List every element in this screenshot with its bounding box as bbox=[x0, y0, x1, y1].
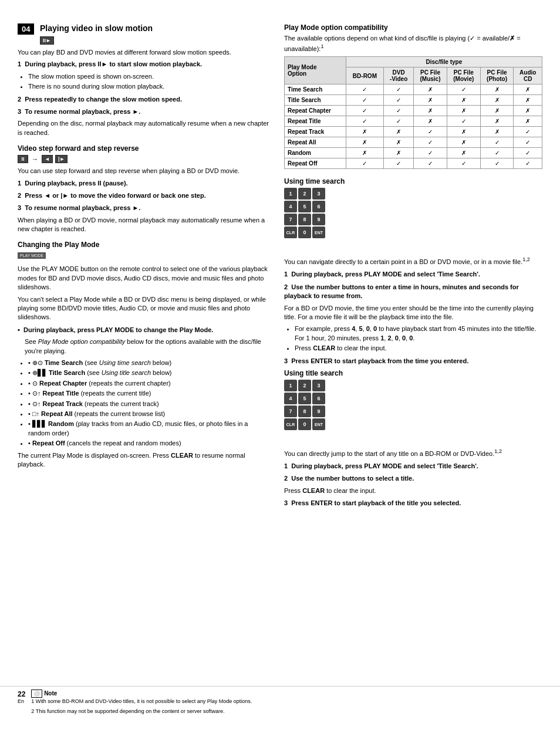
playmode-option-title-search: • ⊕▋▋ Title Search (see Using title sear… bbox=[28, 369, 270, 377]
table-cell: ✓ bbox=[447, 85, 480, 95]
ts-step2-bullets: For example, press 4, 5, 0, 0 to have pl… bbox=[295, 325, 542, 353]
col-header-disc-type: Disc/file type bbox=[346, 57, 542, 67]
table-cell: Random bbox=[285, 148, 346, 158]
table-cell: ✓ bbox=[414, 127, 447, 137]
table-row: Time Search✓✓✗✓✗✗ bbox=[285, 85, 542, 95]
table-cell: ✗ bbox=[447, 95, 480, 106]
table-cell: ✗ bbox=[447, 148, 480, 158]
bullet-item: There is no sound during slow motion pla… bbox=[28, 82, 270, 91]
table-cell: ✓ bbox=[480, 148, 514, 158]
ts-step3-text: 3 Press ENTER to start playback from the… bbox=[284, 357, 542, 366]
table-cell: ✗ bbox=[514, 95, 542, 106]
table-cell: ✗ bbox=[514, 116, 542, 127]
table-cell: ✓ bbox=[384, 95, 414, 106]
num-clear: CLR bbox=[284, 227, 297, 238]
table-row: Random✗✗✓✗✓✓ bbox=[285, 148, 542, 158]
num-6: 6 bbox=[312, 201, 325, 212]
ts2-step1-text: 1 During playback, press PLAY MODE and s… bbox=[284, 462, 542, 471]
num-4b: 4 bbox=[284, 393, 297, 404]
compat-table-body: Time Search✓✓✗✓✗✗Title Search✓✓✗✗✗✗Repea… bbox=[285, 85, 542, 169]
table-cell: ✗ bbox=[414, 106, 447, 116]
num-2b: 2 bbox=[298, 380, 311, 391]
num-9: 9 bbox=[312, 214, 325, 225]
num-0: 0 bbox=[298, 227, 311, 238]
step3-text: 3 To resume normal playback, press ►. bbox=[18, 107, 270, 116]
playmode-option-repeat-off: • Repeat Off (cancels the repeat and ran… bbox=[28, 439, 270, 448]
table-cell: ✓ bbox=[384, 116, 414, 127]
page-number: 22 bbox=[18, 690, 25, 698]
table-cell: ✗ bbox=[480, 116, 514, 127]
step1-block: 1 During playback, press II► to start sl… bbox=[18, 60, 270, 91]
title-search-intro: You can directly jump to the start of an… bbox=[284, 448, 542, 458]
ts2-step1: 1 During playback, press PLAY MODE and s… bbox=[284, 462, 542, 471]
table-cell: ✗ bbox=[447, 106, 480, 116]
table-cell: ✓ bbox=[346, 158, 383, 169]
col-pc-music: PC File(Music) bbox=[414, 67, 447, 85]
playmode-step-main: • During playback, press PLAY MODE to ch… bbox=[18, 326, 270, 356]
playmode-step-see: See Play Mode option compatibility below… bbox=[25, 337, 270, 356]
playmode-step-bullet: • During playback, press PLAY MODE to ch… bbox=[18, 326, 270, 334]
table-cell: ✗ bbox=[480, 95, 514, 106]
table-cell: ✓ bbox=[514, 127, 542, 137]
num-4: 4 bbox=[284, 201, 297, 212]
bullet-item: The slow motion speed is shown on-screen… bbox=[28, 72, 270, 81]
ts2-step2-desc: Press CLEAR to clear the input. bbox=[284, 486, 542, 495]
num-5: 5 bbox=[298, 201, 311, 212]
ts-step2: 2 Use the number buttons to enter a time… bbox=[284, 283, 542, 353]
step1-text: 1 During playback, press II► to start sl… bbox=[18, 60, 270, 69]
compat-intro: The available options depend on what kin… bbox=[284, 34, 542, 53]
table-cell: ✓ bbox=[480, 158, 514, 169]
table-cell: ✗ bbox=[414, 95, 447, 106]
col-header-option: Play ModeOption bbox=[285, 57, 346, 85]
note-2: 2 This function may not be supported dep… bbox=[31, 708, 542, 715]
section3-intro1: Use the PLAY MODE button on the remote c… bbox=[18, 265, 270, 292]
col-pc-photo: PC File(Photo) bbox=[480, 67, 514, 85]
language-code: En bbox=[18, 698, 25, 704]
pause-icon: II► bbox=[40, 36, 54, 45]
table-cell: ✓ bbox=[384, 158, 414, 169]
num-8: 8 bbox=[298, 214, 311, 225]
page-number-block: 22 En bbox=[18, 690, 25, 704]
playmode-option-repeat-chapter: • ⊙ Repeat Chapter (repeats the current … bbox=[28, 379, 270, 388]
table-cell: ✓ bbox=[346, 116, 383, 127]
title-search-numpad: 1 2 3 4 5 6 7 8 9 CLR 0 ENT bbox=[284, 380, 542, 443]
ts-step1-text: 1 During playback, press PLAY MODE and s… bbox=[284, 270, 542, 279]
table-cell: Repeat Title bbox=[285, 116, 346, 127]
s2-step3-text: 3 To resume normal playback, press ►. bbox=[18, 204, 270, 212]
num-1b: 1 bbox=[284, 380, 297, 391]
table-cell: ✗ bbox=[346, 137, 383, 148]
table-cell: ✓ bbox=[514, 158, 542, 169]
step1-bullets: The slow motion speed is shown on-screen… bbox=[28, 72, 270, 92]
playmode-icon: PLAY MODE bbox=[18, 252, 46, 259]
col-bd-rom: BD-ROM bbox=[346, 67, 383, 85]
s2-step3: 3 To resume normal playback, press ►. Wh… bbox=[18, 204, 270, 234]
playmode-option-random: • ▋▋▋ Random (play tracks from an Audio … bbox=[28, 420, 270, 438]
table-cell: ✗ bbox=[514, 106, 542, 116]
table-cell: ✗ bbox=[447, 127, 480, 137]
num-1: 1 bbox=[284, 188, 297, 200]
s2-step2-text: 2 Press ◄ or |► to move the video forwar… bbox=[18, 191, 270, 200]
compat-table: Play ModeOption Disc/file type BD-ROM DV… bbox=[284, 56, 542, 169]
table-cell: ✓ bbox=[514, 137, 542, 148]
time-search-title: Using time search bbox=[284, 177, 542, 185]
table-cell: ✓ bbox=[384, 106, 414, 116]
num-7: 7 bbox=[284, 214, 297, 225]
table-cell: ✗ bbox=[346, 148, 383, 158]
section3-intro2: You can't select a Play Mode while a BD … bbox=[18, 295, 270, 322]
step2-block: 2 Press repeatedly to change the slow mo… bbox=[18, 95, 270, 104]
table-cell: ✗ bbox=[414, 85, 447, 95]
section2-title: Video step forward and step reverse bbox=[18, 144, 270, 153]
col-dvd-video: DVD-Video bbox=[384, 67, 414, 85]
chapter-number: 04 bbox=[18, 23, 34, 35]
table-row: Repeat All✗✗✓✗✓✓ bbox=[285, 137, 542, 148]
pause2-icon: II bbox=[18, 155, 28, 163]
table-cell: ✗ bbox=[384, 148, 414, 158]
table-cell: ✓ bbox=[514, 148, 542, 158]
table-cell: Repeat Chapter bbox=[285, 106, 346, 116]
title-search-title: Using title search bbox=[284, 369, 542, 377]
ts-step2-desc: For a BD or DVD movie, the time you ente… bbox=[284, 304, 542, 322]
playmode-options-list: • ⊕⊙ Time Search (see Using time search … bbox=[28, 359, 270, 448]
page: 04 Playing video in slow motion II► You … bbox=[0, 0, 560, 730]
num-5b: 5 bbox=[298, 393, 311, 404]
table-cell: Time Search bbox=[285, 85, 346, 95]
